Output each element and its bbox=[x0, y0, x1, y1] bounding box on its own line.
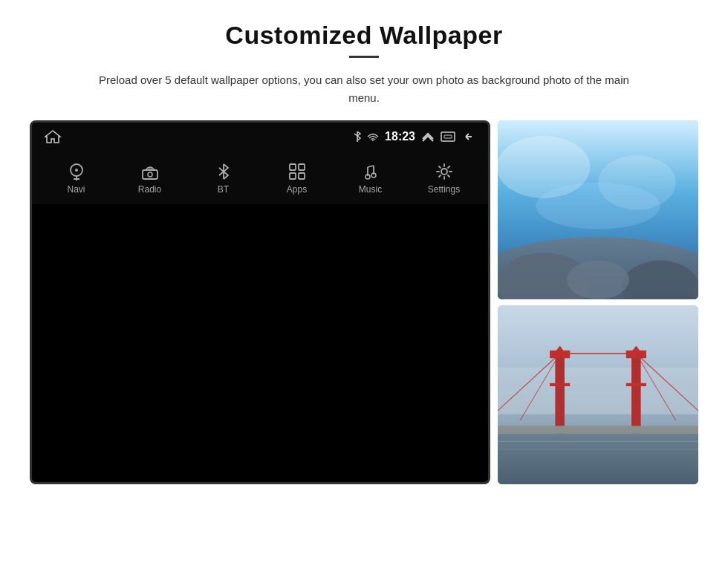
svg-rect-100 bbox=[626, 383, 646, 386]
window-icon bbox=[441, 131, 455, 142]
nav-item-music[interactable]: Music bbox=[345, 161, 397, 195]
svg-rect-65 bbox=[290, 173, 296, 179]
bottom-nav: Navi Radio BT bbox=[32, 151, 488, 204]
bt-label: BT bbox=[218, 184, 229, 195]
signal-icon bbox=[367, 132, 379, 141]
svg-rect-99 bbox=[550, 383, 570, 386]
time-display: 18:23 bbox=[385, 130, 415, 143]
svg-point-72 bbox=[441, 169, 447, 175]
svg-marker-0 bbox=[45, 131, 60, 143]
svg-rect-83 bbox=[498, 383, 698, 414]
apps-icon bbox=[287, 161, 308, 182]
svg-point-80 bbox=[567, 261, 629, 299]
svg-point-76 bbox=[536, 183, 660, 230]
settings-label: Settings bbox=[428, 184, 460, 195]
svg-rect-2 bbox=[441, 132, 455, 141]
radio-label: Radio bbox=[138, 184, 161, 195]
svg-rect-3 bbox=[444, 135, 452, 138]
svg-point-62 bbox=[148, 172, 152, 177]
stereo-screenshot: 18:23 bbox=[30, 120, 490, 484]
svg-rect-61 bbox=[143, 170, 157, 179]
apps-label: Apps bbox=[287, 184, 307, 195]
back-arrow-icon bbox=[461, 131, 476, 142]
navi-label: Navi bbox=[67, 184, 85, 195]
svg-rect-63 bbox=[290, 164, 296, 170]
chevron-up-icon bbox=[421, 131, 435, 142]
music-icon bbox=[360, 161, 381, 182]
svg-point-1 bbox=[372, 140, 374, 141]
status-icons bbox=[352, 130, 379, 143]
bluetooth-status-icon bbox=[352, 130, 363, 143]
subtitle: Preload over 5 default wallpaper options… bbox=[97, 71, 631, 107]
bt-nav-icon bbox=[213, 161, 234, 182]
nav-item-settings[interactable]: Settings bbox=[418, 161, 470, 195]
nav-item-navi[interactable]: Navi bbox=[51, 161, 103, 195]
navi-icon bbox=[66, 161, 87, 182]
title-divider bbox=[349, 56, 379, 58]
svg-rect-98 bbox=[498, 426, 698, 433]
status-bar: 18:23 bbox=[32, 123, 488, 151]
svg-rect-66 bbox=[299, 173, 305, 179]
nav-item-apps[interactable]: Apps bbox=[271, 161, 323, 195]
status-left bbox=[44, 129, 62, 144]
svg-rect-64 bbox=[299, 164, 305, 170]
status-right: 18:23 bbox=[352, 130, 476, 143]
bridge-svg bbox=[498, 305, 698, 484]
wallpaper-thumb-bridge[interactable] bbox=[498, 305, 698, 484]
ice-svg bbox=[498, 120, 698, 299]
page-title: Customized Wallpaper bbox=[225, 21, 502, 50]
wallpaper-thumbs bbox=[498, 120, 698, 484]
wallpaper-thumb-ice[interactable] bbox=[498, 120, 698, 299]
page-container: Customized Wallpaper Preload over 5 defa… bbox=[0, 0, 728, 563]
home-icon bbox=[44, 129, 62, 144]
title-section: Customized Wallpaper bbox=[225, 21, 502, 64]
svg-point-58 bbox=[75, 169, 78, 172]
settings-icon bbox=[434, 161, 455, 182]
music-label: Music bbox=[359, 184, 382, 195]
svg-line-69 bbox=[368, 166, 374, 167]
nav-item-bt[interactable]: BT bbox=[198, 161, 250, 195]
nav-item-radio[interactable]: Radio bbox=[124, 161, 176, 195]
radio-icon bbox=[140, 161, 160, 182]
content-area: 18:23 bbox=[30, 120, 698, 484]
